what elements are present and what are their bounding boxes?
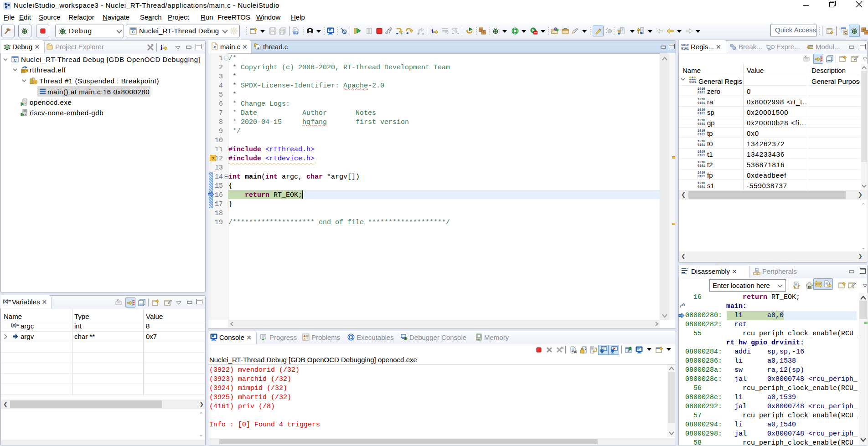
svg-text:0101: 0101 xyxy=(698,143,705,146)
svg-text:010: 010 xyxy=(294,31,299,35)
svg-text:1010: 1010 xyxy=(698,171,705,174)
svg-text:.c: .c xyxy=(213,45,217,49)
svg-text:C: C xyxy=(14,58,17,62)
svg-text:0101: 0101 xyxy=(698,91,705,94)
svg-text:1010: 1010 xyxy=(698,87,705,91)
svg-text:i: i xyxy=(431,27,433,35)
svg-text:i: i xyxy=(160,44,162,51)
svg-text:0101: 0101 xyxy=(698,185,705,188)
svg-text:0101: 0101 xyxy=(698,112,705,115)
svg-text:0101: 0101 xyxy=(698,122,705,125)
svg-text:1010: 1010 xyxy=(698,181,705,185)
svg-text:0101: 0101 xyxy=(698,174,705,178)
svg-text:1010: 1010 xyxy=(698,108,705,112)
svg-text:C: C xyxy=(132,30,135,34)
svg-text:C: C xyxy=(844,30,847,35)
svg-text:1010: 1010 xyxy=(698,150,705,154)
svg-text:.c: .c xyxy=(257,46,260,50)
svg-text:1010: 1010 xyxy=(698,118,705,122)
svg-text:0101: 0101 xyxy=(698,154,705,157)
svg-text:1010: 1010 xyxy=(698,129,705,133)
svg-text:0101: 0101 xyxy=(681,47,689,50)
svg-text:1010: 1010 xyxy=(698,139,705,143)
svg-text:0101: 0101 xyxy=(698,101,705,104)
svg-text:0101: 0101 xyxy=(689,81,697,83)
svg-text:1010: 1010 xyxy=(698,97,705,101)
svg-text:0101: 0101 xyxy=(698,133,705,136)
svg-text:1010: 1010 xyxy=(681,43,689,47)
svg-text:1010: 1010 xyxy=(698,160,705,164)
svg-text:0101: 0101 xyxy=(698,164,705,167)
svg-text:x=: x= xyxy=(768,48,771,51)
